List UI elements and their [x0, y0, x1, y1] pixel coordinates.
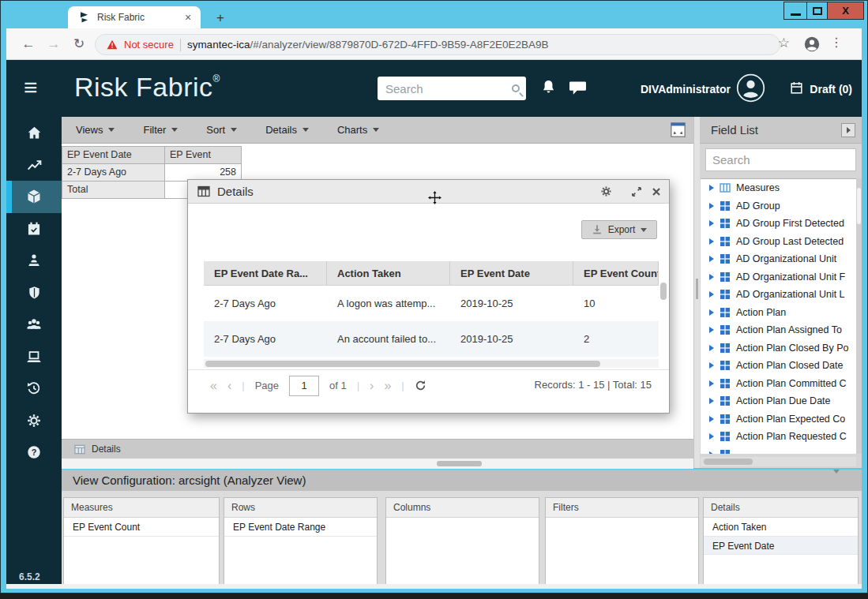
messages-chat-icon[interactable]	[569, 80, 587, 96]
expand-arrow-icon[interactable]	[709, 309, 714, 316]
config-field-chip[interactable]: EP Event Date	[704, 537, 858, 556]
window-maximize-button[interactable]	[806, 2, 828, 20]
field-list-horizontal-scrollbar[interactable]	[701, 457, 856, 466]
expand-arrow-icon[interactable]	[709, 203, 714, 209]
field-list-item[interactable]: Action Plan Expected Co	[701, 410, 856, 429]
field-list-item[interactable]: AD Group	[701, 197, 856, 215]
bookmark-star-icon[interactable]: ☆	[778, 35, 790, 51]
expand-arrow-icon[interactable]	[709, 238, 714, 245]
sidebar-item-settings[interactable]	[6, 405, 62, 437]
global-search-input[interactable]	[385, 82, 512, 95]
page-number-input[interactable]	[289, 376, 319, 396]
sort-menu[interactable]: Sort	[206, 124, 237, 136]
browser-menu-icon[interactable]: ⋮	[830, 35, 843, 50]
collapse-panel-button[interactable]	[841, 123, 855, 137]
field-list-item[interactable]: AD Organizational Unit L	[701, 286, 856, 304]
sidebar-item-shield[interactable]	[6, 277, 62, 309]
last-page-icon[interactable]: »	[384, 379, 391, 393]
filter-menu[interactable]: Filter	[143, 124, 178, 136]
user-avatar-icon[interactable]	[736, 73, 765, 103]
field-list-item[interactable]: AD Organizational Unit F	[701, 268, 856, 286]
view-configuration-header[interactable]: View Configuration: arcsight (Analyzer V…	[62, 470, 862, 491]
expand-arrow-icon[interactable]	[709, 433, 714, 440]
sidebar-item-cube[interactable]	[6, 181, 62, 213]
expand-arrow-icon[interactable]	[709, 327, 714, 333]
modal-close-icon[interactable]	[652, 187, 661, 197]
table-horizontal-scrollbar[interactable]	[204, 359, 659, 368]
sidebar-item-laptop[interactable]	[6, 341, 62, 373]
column-header[interactable]: Action Taken	[327, 261, 450, 285]
sidebar-item-calendar[interactable]	[6, 213, 62, 245]
details-panel-tab[interactable]: Details	[62, 439, 693, 459]
sidebar-item-trend[interactable]	[6, 149, 62, 182]
expand-arrow-icon[interactable]	[709, 256, 714, 262]
not-secure-label[interactable]: Not secure	[124, 39, 174, 51]
field-list-item[interactable]: Action Plan Requested C	[701, 428, 856, 446]
field-list-item[interactable]: Action Plan Assigned To	[701, 321, 856, 339]
scrollbar-thumb[interactable]	[660, 283, 667, 300]
browser-tab[interactable]: Risk Fabric ×	[68, 6, 201, 28]
fullscreen-icon[interactable]	[671, 122, 686, 137]
field-list-item[interactable]: Measures	[701, 179, 856, 197]
sidebar-item-person[interactable]	[6, 245, 62, 277]
field-list-vertical-scrollbar[interactable]	[856, 178, 862, 454]
notifications-bell-icon[interactable]	[540, 79, 557, 97]
new-tab-button[interactable]: +	[212, 9, 229, 27]
field-list-search-box[interactable]	[705, 148, 856, 171]
draft-calendar-icon[interactable]	[789, 80, 804, 95]
column-header[interactable]: EP Event Date	[450, 261, 573, 285]
first-page-icon[interactable]: «	[210, 379, 217, 393]
collapse-chevron-icon[interactable]	[833, 474, 840, 487]
modal-settings-gear-icon[interactable]	[600, 185, 612, 197]
browser-profile-icon[interactable]	[803, 36, 821, 53]
column-header[interactable]: EP Event Count	[573, 261, 659, 285]
expand-arrow-icon[interactable]	[709, 220, 714, 226]
field-list-item[interactable]: Action Plan	[701, 304, 856, 322]
url-text[interactable]: symantec-ica/#/analyzer/view/8879870D-67…	[187, 39, 549, 51]
scrollbar-thumb[interactable]	[437, 461, 482, 466]
expand-arrow-icon[interactable]	[709, 291, 714, 298]
sidebar-item-group[interactable]	[6, 309, 62, 341]
details-menu[interactable]: Details	[265, 124, 309, 136]
config-field-chip[interactable]: EP Event Count	[64, 518, 219, 537]
window-close-button[interactable]: X	[827, 2, 864, 20]
next-page-icon[interactable]: ›	[370, 379, 374, 393]
sidebar-item-home[interactable]	[6, 117, 62, 149]
field-list-item[interactable]: Action Plan Closed By Po	[701, 339, 856, 358]
draft-label[interactable]: Draft (0)	[810, 83, 852, 95]
expand-arrow-icon[interactable]	[709, 345, 714, 351]
pivot-col-header[interactable]: EP Event Date Range	[62, 147, 165, 164]
window-minimize-button[interactable]	[783, 2, 807, 20]
scrollbar-thumb[interactable]	[857, 188, 861, 224]
export-button[interactable]: Export	[581, 220, 657, 239]
table-vertical-scrollbar[interactable]	[660, 283, 667, 354]
main-horizontal-scrollbar[interactable]	[62, 459, 693, 469]
table-row[interactable]: 2-7 Days Ago A logon was attemp... 2019-…	[204, 286, 659, 321]
expand-arrow-icon[interactable]	[709, 451, 714, 454]
reload-icon[interactable]: ↻	[70, 35, 88, 54]
field-list-search-input[interactable]	[712, 153, 849, 167]
field-list-item[interactable]	[701, 446, 856, 455]
expand-arrow-icon[interactable]	[709, 398, 714, 404]
field-list-item[interactable]: AD Group Last Detected	[701, 233, 856, 251]
global-search-box[interactable]	[378, 77, 526, 100]
expand-arrow-icon[interactable]	[709, 274, 714, 280]
splitter-handle[interactable]	[696, 279, 698, 299]
column-header[interactable]: EP Event Date Ra...	[204, 261, 327, 285]
hamburger-menu-icon[interactable]: ≡	[24, 74, 38, 101]
back-icon[interactable]: ←	[19, 35, 38, 54]
charts-menu[interactable]: Charts	[337, 124, 379, 136]
refresh-icon[interactable]	[415, 380, 426, 391]
username-label[interactable]: DIVAdministrator	[641, 83, 731, 95]
field-list-item[interactable]: Action Plan Due Date	[701, 392, 856, 410]
pivot-row-label[interactable]: Total	[62, 182, 165, 199]
sidebar-item-help[interactable]: ?	[6, 436, 62, 469]
tab-close-icon[interactable]: ×	[182, 11, 194, 24]
field-list-item[interactable]: Action Plan Closed Date	[701, 357, 856, 375]
scrollbar-thumb[interactable]	[205, 361, 600, 367]
panel-splitter[interactable]	[693, 117, 700, 468]
config-field-chip[interactable]: EP Event Date Range	[224, 518, 377, 537]
expand-arrow-icon[interactable]	[709, 185, 714, 191]
config-field-chip[interactable]: Action Taken	[704, 518, 858, 537]
expand-arrow-icon[interactable]	[709, 416, 714, 422]
